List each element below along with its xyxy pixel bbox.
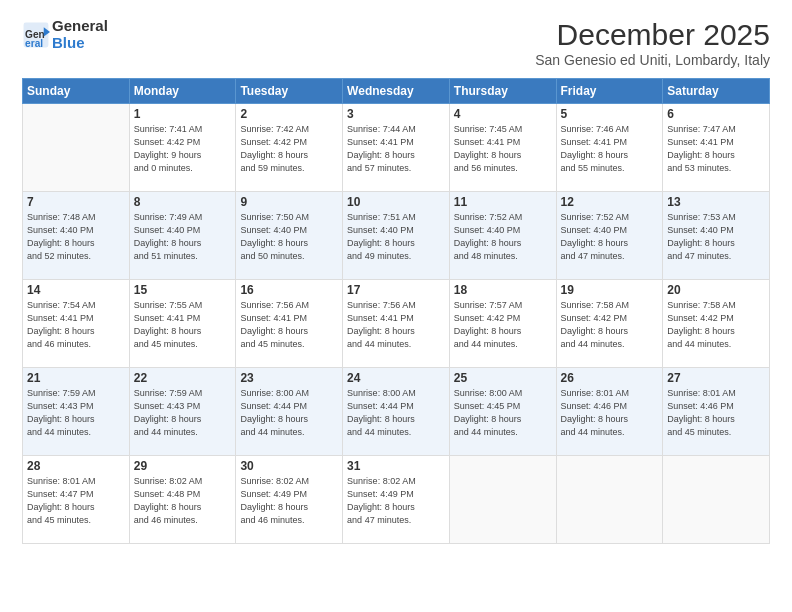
table-row: 31Sunrise: 8:02 AMSunset: 4:49 PMDayligh…: [343, 456, 450, 544]
day-number: 19: [561, 283, 659, 297]
sunset-time: Sunset: 4:43 PM: [27, 401, 94, 411]
calendar-table: Sunday Monday Tuesday Wednesday Thursday…: [22, 78, 770, 544]
table-row: 24Sunrise: 8:00 AMSunset: 4:44 PMDayligh…: [343, 368, 450, 456]
day-info-continuation: and 50 minutes.: [240, 251, 304, 261]
table-row: 19Sunrise: 7:58 AMSunset: 4:42 PMDayligh…: [556, 280, 663, 368]
sunset-time: Sunset: 4:40 PM: [347, 225, 414, 235]
table-row: 16Sunrise: 7:56 AMSunset: 4:41 PMDayligh…: [236, 280, 343, 368]
sunrise-time: Sunrise: 7:58 AM: [561, 300, 630, 310]
sunrise-time: Sunrise: 7:59 AM: [27, 388, 96, 398]
day-info-continuation: and 46 minutes.: [27, 339, 91, 349]
sunrise-time: Sunrise: 7:52 AM: [561, 212, 630, 222]
page: Gen eral General Blue December 2025 San …: [0, 0, 792, 612]
table-row: [556, 456, 663, 544]
daylight-hours: Daylight: 8 hours: [347, 414, 415, 424]
day-number: 23: [240, 371, 338, 385]
day-info-continuation: and 45 minutes.: [27, 515, 91, 525]
sunset-time: Sunset: 4:46 PM: [561, 401, 628, 411]
day-info-continuation: and 47 minutes.: [347, 515, 411, 525]
table-row: 18Sunrise: 7:57 AMSunset: 4:42 PMDayligh…: [449, 280, 556, 368]
month-title: December 2025: [535, 18, 770, 52]
daylight-hours: Daylight: 8 hours: [240, 414, 308, 424]
th-monday: Monday: [129, 79, 236, 104]
day-info: Sunrise: 8:01 AMSunset: 4:46 PMDaylight:…: [561, 387, 659, 439]
day-number: 14: [27, 283, 125, 297]
header: Gen eral General Blue December 2025 San …: [22, 18, 770, 68]
daylight-hours: Daylight: 8 hours: [347, 502, 415, 512]
table-row: 28Sunrise: 8:01 AMSunset: 4:47 PMDayligh…: [23, 456, 130, 544]
day-number: 26: [561, 371, 659, 385]
day-info-continuation: and 44 minutes.: [240, 427, 304, 437]
table-row: 10Sunrise: 7:51 AMSunset: 4:40 PMDayligh…: [343, 192, 450, 280]
day-info: Sunrise: 7:56 AMSunset: 4:41 PMDaylight:…: [347, 299, 445, 351]
sunset-time: Sunset: 4:41 PM: [240, 313, 307, 323]
table-row: 30Sunrise: 8:02 AMSunset: 4:49 PMDayligh…: [236, 456, 343, 544]
day-number: 12: [561, 195, 659, 209]
day-info-continuation: and 48 minutes.: [454, 251, 518, 261]
day-number: 24: [347, 371, 445, 385]
day-info: Sunrise: 7:50 AMSunset: 4:40 PMDaylight:…: [240, 211, 338, 263]
daylight-hours: Daylight: 9 hours: [134, 150, 202, 160]
day-info-continuation: and 47 minutes.: [561, 251, 625, 261]
logo-blue: Blue: [52, 34, 85, 51]
th-thursday: Thursday: [449, 79, 556, 104]
logo-text-block: General Blue: [52, 18, 108, 51]
day-info: Sunrise: 8:01 AMSunset: 4:46 PMDaylight:…: [667, 387, 765, 439]
day-number: 16: [240, 283, 338, 297]
day-info-continuation: and 44 minutes.: [561, 339, 625, 349]
day-number: 5: [561, 107, 659, 121]
day-info-continuation: and 45 minutes.: [134, 339, 198, 349]
sunset-time: Sunset: 4:47 PM: [27, 489, 94, 499]
day-info: Sunrise: 7:56 AMSunset: 4:41 PMDaylight:…: [240, 299, 338, 351]
sunset-time: Sunset: 4:48 PM: [134, 489, 201, 499]
day-info: Sunrise: 8:00 AMSunset: 4:44 PMDaylight:…: [240, 387, 338, 439]
daylight-hours: Daylight: 8 hours: [240, 326, 308, 336]
logo-general: General: [52, 17, 108, 34]
sunrise-time: Sunrise: 7:42 AM: [240, 124, 309, 134]
day-info: Sunrise: 7:52 AMSunset: 4:40 PMDaylight:…: [454, 211, 552, 263]
table-row: 27Sunrise: 8:01 AMSunset: 4:46 PMDayligh…: [663, 368, 770, 456]
daylight-hours: Daylight: 8 hours: [667, 326, 735, 336]
daylight-hours: Daylight: 8 hours: [454, 326, 522, 336]
day-info: Sunrise: 7:59 AMSunset: 4:43 PMDaylight:…: [27, 387, 125, 439]
table-row: 9Sunrise: 7:50 AMSunset: 4:40 PMDaylight…: [236, 192, 343, 280]
day-info: Sunrise: 8:01 AMSunset: 4:47 PMDaylight:…: [27, 475, 125, 527]
day-info-continuation: and 44 minutes.: [347, 427, 411, 437]
day-info: Sunrise: 7:47 AMSunset: 4:41 PMDaylight:…: [667, 123, 765, 175]
sunrise-time: Sunrise: 7:51 AM: [347, 212, 416, 222]
day-number: 27: [667, 371, 765, 385]
sunrise-time: Sunrise: 7:46 AM: [561, 124, 630, 134]
calendar-row: 28Sunrise: 8:01 AMSunset: 4:47 PMDayligh…: [23, 456, 770, 544]
day-number: 18: [454, 283, 552, 297]
sunrise-time: Sunrise: 8:02 AM: [134, 476, 203, 486]
day-info-continuation: and 57 minutes.: [347, 163, 411, 173]
sunset-time: Sunset: 4:42 PM: [667, 313, 734, 323]
table-row: 1Sunrise: 7:41 AMSunset: 4:42 PMDaylight…: [129, 104, 236, 192]
day-number: 21: [27, 371, 125, 385]
sunset-time: Sunset: 4:49 PM: [240, 489, 307, 499]
location: San Genesio ed Uniti, Lombardy, Italy: [535, 52, 770, 68]
day-info-continuation: and 44 minutes.: [134, 427, 198, 437]
table-row: [449, 456, 556, 544]
day-info: Sunrise: 7:58 AMSunset: 4:42 PMDaylight:…: [561, 299, 659, 351]
day-number: 20: [667, 283, 765, 297]
th-saturday: Saturday: [663, 79, 770, 104]
daylight-hours: Daylight: 8 hours: [347, 326, 415, 336]
day-info: Sunrise: 8:00 AMSunset: 4:44 PMDaylight:…: [347, 387, 445, 439]
day-number: 31: [347, 459, 445, 473]
day-info: Sunrise: 8:02 AMSunset: 4:48 PMDaylight:…: [134, 475, 232, 527]
day-info-continuation: and 45 minutes.: [240, 339, 304, 349]
sunrise-time: Sunrise: 8:00 AM: [347, 388, 416, 398]
day-info-continuation: and 51 minutes.: [134, 251, 198, 261]
day-info: Sunrise: 7:55 AMSunset: 4:41 PMDaylight:…: [134, 299, 232, 351]
day-info: Sunrise: 7:46 AMSunset: 4:41 PMDaylight:…: [561, 123, 659, 175]
sunset-time: Sunset: 4:45 PM: [454, 401, 521, 411]
daylight-hours: Daylight: 8 hours: [561, 238, 629, 248]
sunset-time: Sunset: 4:41 PM: [561, 137, 628, 147]
day-info-continuation: and 44 minutes.: [667, 339, 731, 349]
day-number: 15: [134, 283, 232, 297]
sunset-time: Sunset: 4:40 PM: [134, 225, 201, 235]
day-info: Sunrise: 7:45 AMSunset: 4:41 PMDaylight:…: [454, 123, 552, 175]
sunset-time: Sunset: 4:41 PM: [134, 313, 201, 323]
calendar-row: 1Sunrise: 7:41 AMSunset: 4:42 PMDaylight…: [23, 104, 770, 192]
